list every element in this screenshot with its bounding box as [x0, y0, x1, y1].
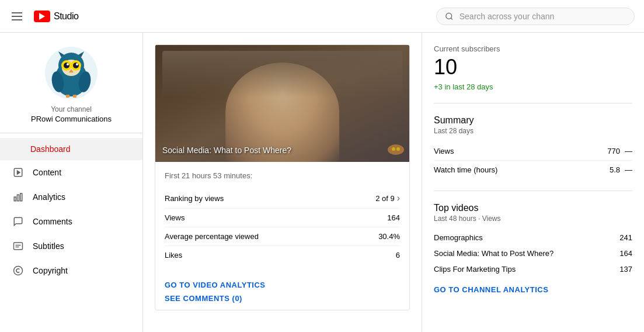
- metric-value: 5.8 —: [610, 165, 632, 174]
- sidebar-item-label: Subtitles: [33, 241, 64, 251]
- top-video-count: 241: [619, 233, 632, 242]
- sidebar-item-dashboard[interactable]: Dashboard: [0, 138, 142, 160]
- sidebar-item-label: Comments: [33, 217, 72, 226]
- hamburger-menu[interactable]: [9, 10, 25, 23]
- subscribers-section: Current subscribers 10 +3 in last 28 day…: [434, 44, 632, 103]
- go-to-channel-analytics-link[interactable]: GO TO CHANNEL ANALYTICS: [434, 285, 548, 294]
- subscribers-label: Current subscribers: [434, 44, 632, 53]
- bar-chart-icon: [12, 191, 25, 203]
- stat-label: Views: [165, 213, 185, 222]
- top-video-row: Demographics 241: [434, 230, 632, 245]
- top-video-name: Demographics: [434, 233, 619, 242]
- sidebar-item-label: Copyright: [33, 266, 68, 275]
- metric-row: Watch time (hours) 5.8 —: [434, 161, 632, 179]
- metric-label: Views: [434, 147, 454, 155]
- video-title-overlay: Social Media: What to Post Where?: [162, 146, 291, 155]
- stat-row: Ranking by views 2 of 9 ›: [165, 188, 400, 209]
- header-left: Studio: [9, 10, 78, 23]
- logo: Studio: [34, 11, 78, 22]
- stat-label: Average percentage viewed: [165, 232, 259, 241]
- stat-value: 164: [387, 213, 400, 222]
- avatar: [45, 47, 98, 99]
- header: Studio: [0, 0, 644, 33]
- stat-value-link[interactable]: 2 of 9 ›: [375, 193, 400, 203]
- sidebar-item-analytics[interactable]: Analytics: [0, 185, 142, 209]
- search-input[interactable]: [459, 12, 626, 21]
- channel-name: PRowi Communications: [31, 115, 112, 123]
- stat-label: Likes: [165, 251, 182, 260]
- search-icon: [445, 12, 454, 21]
- metric-row: Views 770 —: [434, 142, 632, 161]
- svg-point-0: [446, 13, 452, 19]
- main-content: Social Media: What to Post Where? First …: [143, 33, 644, 332]
- search-bar[interactable]: [436, 8, 635, 25]
- svg-point-7: [67, 63, 69, 65]
- svg-point-29: [396, 147, 400, 151]
- right-panel: Current subscribers 10 +3 in last 28 day…: [422, 33, 644, 332]
- svg-rect-23: [14, 243, 23, 250]
- metric-value: 770 —: [607, 147, 632, 155]
- video-actions: GO TO VIDEO ANALYTICS SEE COMMENTS (0): [155, 274, 409, 310]
- svg-point-6: [64, 63, 69, 68]
- sidebar-item-label: Dashboard: [30, 144, 71, 154]
- sidebar-item-comments[interactable]: Comments: [0, 209, 142, 234]
- video-card: Social Media: What to Post Where? First …: [155, 44, 410, 310]
- stat-row: Likes 6: [165, 246, 400, 264]
- svg-point-27: [388, 144, 404, 155]
- metric-dash: —: [625, 147, 632, 155]
- logo-text: Studio: [54, 11, 78, 22]
- subscriber-change: +3 in last 28 days: [434, 82, 632, 91]
- comment-icon: [12, 215, 25, 228]
- summary-title: Summary: [434, 115, 632, 126]
- go-to-video-analytics-link[interactable]: GO TO VIDEO ANALYTICS: [165, 281, 400, 289]
- stat-row: Views 164: [165, 209, 400, 227]
- video-thumbnail: Social Media: What to Post Where?: [155, 45, 409, 162]
- see-comments-link[interactable]: SEE COMMENTS (0): [165, 294, 400, 303]
- sidebar-item-copyright[interactable]: Copyright: [0, 258, 142, 283]
- svg-point-26: [14, 267, 23, 275]
- video-info: First 21 hours 53 minutes: Ranking by vi…: [155, 162, 409, 274]
- svg-point-10: [76, 63, 78, 65]
- subscriber-count: 10: [434, 56, 632, 79]
- left-panel: Social Media: What to Post Where? First …: [143, 33, 422, 332]
- svg-point-9: [73, 63, 79, 68]
- svg-line-1: [451, 18, 452, 19]
- top-video-count: 164: [619, 249, 632, 258]
- channel-label: Your channel: [51, 105, 92, 113]
- sidebar: Your channel PRowi Communications Dashbo…: [0, 33, 143, 332]
- svg-rect-22: [20, 193, 22, 201]
- top-videos-period: Last 48 hours · Views: [434, 215, 632, 223]
- sidebar-item-label: Content: [33, 168, 61, 177]
- summary-period: Last 28 days: [434, 127, 632, 135]
- grid-icon: [12, 144, 22, 154]
- subtitles-icon: [12, 240, 25, 253]
- play-icon: [12, 166, 25, 179]
- top-video-row: Social Media: What to Post Where? 164: [434, 245, 632, 261]
- top-videos-title: Top videos: [434, 203, 632, 213]
- channel-info: Your channel PRowi Communications: [0, 42, 142, 133]
- stat-value: 6: [396, 251, 400, 260]
- sidebar-item-content[interactable]: Content: [0, 160, 142, 185]
- metric-dash: —: [625, 165, 632, 174]
- layout: Your channel PRowi Communications Dashbo…: [0, 33, 644, 332]
- top-video-row: Clips For Marketing Tips 137: [434, 261, 632, 277]
- youtube-icon: [34, 11, 50, 22]
- svg-marker-19: [18, 171, 20, 174]
- svg-rect-16: [66, 95, 69, 98]
- top-video-name: Clips For Marketing Tips: [434, 265, 619, 274]
- svg-point-28: [392, 147, 395, 151]
- svg-rect-17: [73, 95, 76, 98]
- summary-section: Summary Last 28 days Views 770 — Watch t…: [434, 115, 632, 191]
- video-subtitle: First 21 hours 53 minutes:: [165, 171, 400, 180]
- stat-row: Average percentage viewed 30.4%: [165, 227, 400, 246]
- sidebar-item-subtitles[interactable]: Subtitles: [0, 234, 142, 258]
- metric-label: Watch time (hours): [434, 165, 497, 174]
- svg-rect-20: [14, 197, 16, 201]
- stat-label: Ranking by views: [165, 194, 224, 203]
- svg-rect-21: [18, 195, 19, 201]
- sidebar-item-label: Analytics: [33, 192, 65, 202]
- top-videos-section: Top videos Last 48 hours · Views Demogra…: [434, 203, 632, 294]
- chevron-right-icon: ›: [397, 193, 400, 203]
- content-area: Social Media: What to Post Where? First …: [143, 33, 644, 332]
- stat-value: 30.4%: [378, 232, 400, 241]
